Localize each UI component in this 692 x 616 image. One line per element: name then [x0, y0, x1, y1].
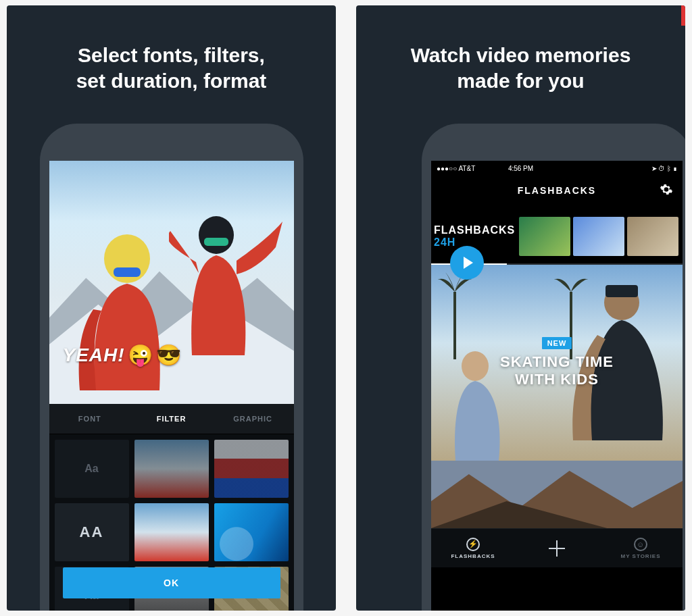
status-bar: ●●●○○ AT&T 4:56 PM ➤ ⏱ ᛒ ▮: [431, 161, 683, 176]
flashbacks-label-line: FLASHBACKS: [434, 224, 515, 236]
sky-decoration: [49, 161, 294, 208]
flashback-thumb[interactable]: [573, 217, 624, 256]
screenshot-panel-left: Select fonts, filters, set duration, for…: [7, 5, 336, 611]
filter-grid: Aa AA Aa OK: [49, 434, 294, 611]
screenshot-panel-right: Watch video memories made for you ●●●○○ …: [356, 5, 685, 611]
status-icons: ➤ ⏱ ᛒ ▮: [651, 165, 677, 172]
nav-mystories[interactable]: ☺ MY STORIES: [599, 538, 683, 559]
person-left: [73, 222, 184, 397]
nav-label: FLASHBACKS: [451, 553, 495, 559]
headline-right: Watch video memories made for you: [391, 43, 651, 93]
text-overlay[interactable]: YEAH! 😜 😎: [63, 343, 182, 367]
graphic-thumb[interactable]: [214, 503, 289, 561]
status-time: 4:56 PM: [508, 165, 533, 172]
svg-rect-3: [114, 267, 141, 277]
story-card[interactable]: NEW SKATING TIME WITH KIDS: [431, 265, 683, 461]
overlay-text-value: YEAH!: [63, 344, 125, 366]
tab-graphic[interactable]: GRAPHIC: [212, 404, 294, 434]
flashbacks-label: FLASHBACKS 24H: [431, 224, 515, 249]
filter-thumb[interactable]: [134, 440, 209, 498]
landscape-decoration: [431, 461, 683, 528]
flashbacks-screen: ●●●○○ AT&T 4:56 PM ➤ ⏱ ᛒ ▮ FLASHBACKS: [431, 161, 683, 611]
flash-icon: ⚡: [466, 538, 480, 551]
gear-icon: [660, 183, 673, 197]
alarm-icon: ⏱: [658, 165, 665, 172]
svg-rect-8: [606, 285, 638, 297]
headline-left: Select fonts, filters, set duration, for…: [56, 43, 287, 93]
nav-label: MY STORIES: [620, 553, 660, 559]
flashback-thumbs: [519, 217, 678, 256]
svg-point-6: [462, 351, 489, 381]
sunglasses-emoji-icon: 😎: [156, 343, 182, 367]
font-thumb[interactable]: Aa: [55, 440, 129, 498]
phone-frame-right: ●●●○○ AT&T 4:56 PM ➤ ⏱ ᛒ ▮ FLASHBACKS: [422, 124, 685, 611]
svg-point-4: [199, 216, 234, 254]
tab-font[interactable]: FONT: [49, 404, 131, 434]
bluetooth-icon: ᛒ: [667, 165, 671, 172]
flashbacks-label-line: 24H: [434, 236, 515, 249]
headline-line: Select fonts, filters,: [78, 44, 265, 66]
headline-line: set duration, format: [76, 70, 267, 92]
headline-line: made for you: [457, 70, 584, 92]
nav-add[interactable]: [515, 539, 599, 558]
media-preview[interactable]: YEAH! 😜 😎: [49, 161, 294, 404]
phone-frame-left: YEAH! 😜 😎 FONT FILTER GRAPHIC Aa AA Aa: [40, 124, 303, 611]
tab-filter[interactable]: FILTER: [130, 404, 212, 434]
battery-icon: ▮: [673, 165, 677, 172]
graphic-thumb[interactable]: [214, 440, 289, 498]
story-card[interactable]: [431, 461, 683, 528]
ok-button[interactable]: OK: [63, 567, 280, 598]
header-title: FLASHBACKS: [518, 185, 596, 196]
status-signal: ●●●○○ AT&T: [437, 165, 475, 172]
plus-icon: [547, 539, 566, 558]
flashback-thumb[interactable]: [627, 217, 678, 256]
flashbacks-carousel[interactable]: FLASHBACKS 24H: [431, 205, 683, 263]
new-badge: NEW: [542, 337, 572, 349]
story-title: SKATING TIME WITH KIDS: [500, 353, 614, 389]
flashback-thumb[interactable]: [519, 217, 570, 256]
profile-icon: ☺: [634, 538, 647, 551]
filter-thumb-selected[interactable]: [134, 503, 209, 561]
person-right: [169, 208, 284, 357]
screen-header: FLASHBACKS: [431, 176, 683, 205]
editor-tabbar: FONT FILTER GRAPHIC: [49, 404, 294, 434]
nav-flashbacks[interactable]: ⚡ FLASHBACKS: [431, 538, 515, 559]
play-button[interactable]: [450, 246, 484, 280]
crop-indicator: [681, 5, 685, 26]
wink-emoji-icon: 😜: [128, 343, 153, 367]
font-thumb-selected[interactable]: AA: [55, 503, 129, 561]
editor-screen: YEAH! 😜 😎 FONT FILTER GRAPHIC Aa AA Aa: [49, 161, 294, 611]
bottom-nav: ⚡ FLASHBACKS ☺ MY STORIES: [431, 528, 683, 567]
location-icon: ➤: [651, 165, 657, 172]
svg-rect-5: [204, 238, 228, 246]
settings-button[interactable]: [660, 183, 673, 199]
headline-line: Watch video memories: [411, 44, 631, 66]
